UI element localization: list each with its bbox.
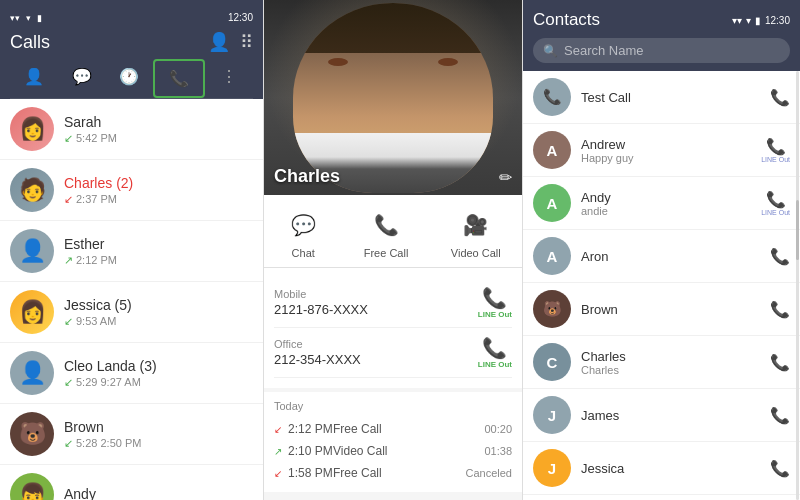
history-row-2: ↗ 2:10 PM Video Call 01:38 xyxy=(274,440,512,462)
arrow-esther: ↗ xyxy=(64,254,73,267)
avatar-charles: 🧑 xyxy=(10,168,54,212)
tab-chat[interactable]: 💬 xyxy=(58,59,106,98)
contact-fields: Mobile 2121-876-XXXX 📞 LINE Out Office 2… xyxy=(264,268,522,388)
avatar-jessica-contacts: J xyxy=(533,449,571,487)
history-arrow-3: ↙ xyxy=(274,468,282,479)
contacts-status-bar: ▾▾ ▾ ▮ 12:30 xyxy=(732,15,790,26)
lineout-label-andy: LINE Out xyxy=(761,209,790,216)
history-duration-1: 00:20 xyxy=(484,423,512,435)
contacts-wifi: ▾ xyxy=(746,15,751,26)
contact-sub-charles: Charles xyxy=(581,364,770,376)
freecall-action-btn[interactable]: 📞 Free Call xyxy=(364,207,409,259)
call-item-esther[interactable]: 👤 Esther ↗ 2:12 PM xyxy=(0,221,263,282)
profile-icon[interactable]: 👤 xyxy=(208,31,230,53)
contact-name-charles-contacts: Charles xyxy=(581,349,770,364)
chat-action-btn[interactable]: 💬 Chat xyxy=(285,207,321,259)
call-btn-james[interactable]: 📞 xyxy=(770,406,790,425)
chat-action-label: Chat xyxy=(292,247,315,259)
more-tab-icon: ⋮ xyxy=(221,68,237,85)
call-item-cleo[interactable]: 👤 Cleo Landa (3) ↙ 5:29 9:27 AM xyxy=(0,343,263,404)
chat-action-icon: 💬 xyxy=(285,207,321,243)
calls-title: Calls xyxy=(10,32,50,53)
history-duration-2: 01:38 xyxy=(484,445,512,457)
history-time-1: 2:12 PM xyxy=(288,422,333,436)
call-btn-aron[interactable]: 📞 xyxy=(770,247,790,266)
contact-item-charles-contacts[interactable]: C Charles Charles 📞 xyxy=(523,336,800,389)
call-time-cleo: 5:29 9:27 AM xyxy=(76,376,141,388)
history-date: Today xyxy=(274,400,512,412)
call-name-charles: Charles (2) xyxy=(64,175,253,191)
history-type-1: Free Call xyxy=(333,422,484,436)
tab-more[interactable]: ⋮ xyxy=(205,59,253,98)
contact-item-andy[interactable]: A Andy andie 📞 LINE Out xyxy=(523,177,800,230)
contact-item-aron[interactable]: A Aron 📞 xyxy=(523,230,800,283)
arrow-sarah: ↙ xyxy=(64,132,73,145)
call-name-brown: Brown xyxy=(64,419,253,435)
mobile-value: 2121-876-XXXX xyxy=(274,302,478,317)
contact-name-james: James xyxy=(581,408,770,423)
call-name-cleo: Cleo Landa (3) xyxy=(64,358,253,374)
arrow-jessica: ↙ xyxy=(64,315,73,328)
call-btn-jessica[interactable]: 📞 xyxy=(770,459,790,478)
avatar-testcall: 📞 xyxy=(533,78,571,116)
call-btn-brown[interactable]: 📞 xyxy=(770,300,790,319)
history-time-3: 1:58 PM xyxy=(288,466,333,480)
mobile-lineout-label: LINE Out xyxy=(478,310,512,319)
call-time-sarah: 5:42 PM xyxy=(76,132,117,144)
contacts-title: Contacts xyxy=(533,10,600,30)
call-item-jessica[interactable]: 👩 Jessica (5) ↙ 9:53 AM xyxy=(0,282,263,343)
office-label: Office xyxy=(274,338,478,350)
contact-item-andrew[interactable]: A Andrew Happy guy 📞 LINE Out xyxy=(523,124,800,177)
grid-icon[interactable]: ⠿ xyxy=(240,31,253,53)
contacts-list-wrapper: 📞 Test Call 📞 A Andrew Happy guy 📞 LINE … xyxy=(523,71,800,500)
avatar-brown-contacts: 🐻 xyxy=(533,290,571,328)
call-name-andy: Andy xyxy=(64,486,253,500)
avatar-james: J xyxy=(533,396,571,434)
contact-photo: Charles ✏ xyxy=(264,0,522,195)
avatar-aron: A xyxy=(533,237,571,275)
arrow-cleo: ↙ xyxy=(64,376,73,389)
contacts-list: 📞 Test Call 📞 A Andrew Happy guy 📞 LINE … xyxy=(523,71,800,500)
edit-contact-icon[interactable]: ✏ xyxy=(499,168,512,187)
history-arrow-1: ↙ xyxy=(274,424,282,435)
contact-name-brown-contacts: Brown xyxy=(581,302,770,317)
tab-recents[interactable]: 🕐 xyxy=(106,59,154,98)
contact-name-andy: Andy xyxy=(581,190,761,205)
calls-time: 12:30 xyxy=(228,12,253,23)
freecall-action-label: Free Call xyxy=(364,247,409,259)
contact-item-testcall[interactable]: 📞 Test Call 📞 xyxy=(523,71,800,124)
call-item-charles[interactable]: 🧑 Charles (2) ↙ 2:37 PM xyxy=(0,160,263,221)
contact-name-testcall: Test Call xyxy=(581,90,770,105)
contacts-time: 12:30 xyxy=(765,15,790,26)
videocall-action-btn[interactable]: 🎥 Video Call xyxy=(451,207,501,259)
mobile-lineout-icon: 📞 xyxy=(482,286,507,310)
call-btn-charles[interactable]: 📞 xyxy=(770,353,790,372)
contact-item-james[interactable]: J James 📞 xyxy=(523,389,800,442)
contacts-search-bar[interactable]: 🔍 Search Name xyxy=(533,38,790,63)
mobile-field-row: Mobile 2121-876-XXXX 📞 LINE Out xyxy=(274,278,512,328)
lineout-btn-andy[interactable]: 📞 LINE Out xyxy=(761,190,790,216)
contact-item-jessica-contacts[interactable]: J Jessica 📞 xyxy=(523,442,800,495)
scrollbar-thumb[interactable] xyxy=(796,200,799,260)
mobile-lineout-btn[interactable]: 📞 LINE Out xyxy=(478,286,512,319)
tab-calls[interactable]: 📞 xyxy=(153,59,205,98)
history-row-3: ↙ 1:58 PM Free Call Canceled xyxy=(274,462,512,484)
lineout-label-andrew: LINE Out xyxy=(761,156,790,163)
contact-name-jessica-contacts: Jessica xyxy=(581,461,770,476)
call-btn-testcall[interactable]: 📞 xyxy=(770,88,790,107)
call-item-andy[interactable]: 👦 Andy xyxy=(0,465,263,500)
contact-sub-andrew: Happy guy xyxy=(581,152,761,164)
calls-header: ▾▾ ▾ ▮ 12:30 Calls 👤 ⠿ 👤 💬 🕐 � xyxy=(0,0,263,99)
contact-item-sarah-contacts[interactable]: S Sarah 📞 LINE Out xyxy=(523,495,800,500)
office-lineout-label: LINE Out xyxy=(478,360,512,369)
office-lineout-btn[interactable]: 📞 LINE Out xyxy=(478,336,512,369)
office-value: 212-354-XXXX xyxy=(274,352,478,367)
videocall-action-label: Video Call xyxy=(451,247,501,259)
contact-item-brown-contacts[interactable]: 🐻 Brown 📞 xyxy=(523,283,800,336)
tab-profile[interactable]: 👤 xyxy=(10,59,58,98)
call-name-jessica: Jessica (5) xyxy=(64,297,253,313)
call-item-brown[interactable]: 🐻 Brown ↙ 5:28 2:50 PM xyxy=(0,404,263,465)
lineout-icon-andrew: 📞 xyxy=(766,137,786,156)
lineout-btn-andrew[interactable]: 📞 LINE Out xyxy=(761,137,790,163)
call-item-sarah[interactable]: 👩 Sarah ↙ 5:42 PM xyxy=(0,99,263,160)
